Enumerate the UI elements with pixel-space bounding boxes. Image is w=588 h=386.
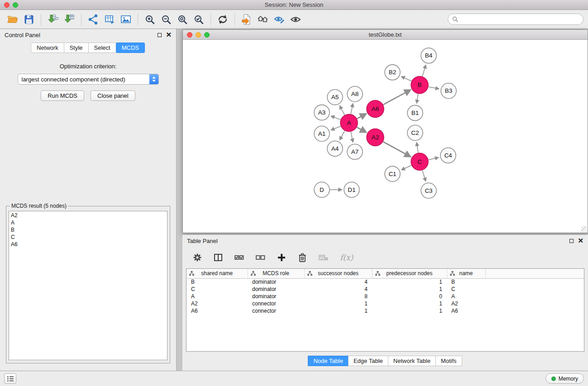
table-cell[interactable]: 4 [304, 286, 372, 293]
tab-mcds[interactable]: MCDS [116, 43, 145, 53]
table-cell[interactable]: 1 [372, 286, 447, 293]
graphics-details-button[interactable] [271, 11, 287, 28]
close-network-window-button[interactable] [187, 32, 192, 38]
export-image-button[interactable] [118, 11, 134, 28]
table-cell[interactable]: connector [248, 307, 304, 315]
table-cell[interactable]: 1 [372, 278, 447, 286]
function-builder-button[interactable]: f(x) [340, 253, 353, 262]
network-edge-B-B2[interactable] [402, 77, 411, 81]
float-panel-icon[interactable] [158, 33, 162, 37]
network-node-B1[interactable]: B1 [407, 105, 423, 121]
select-all-rows-button[interactable] [234, 253, 244, 262]
table-cell[interactable]: connector [248, 300, 304, 307]
delete-table-button[interactable] [318, 253, 329, 262]
network-node-A[interactable]: A [340, 114, 358, 132]
table-cell[interactable]: dominator [248, 293, 304, 300]
network-node-D1[interactable]: D1 [344, 182, 359, 197]
table-row[interactable]: A6connector11A6 [186, 307, 584, 315]
network-edge-A-A5[interactable] [340, 106, 344, 115]
network-edge-A-A1[interactable] [331, 126, 340, 130]
network-node-A8[interactable]: A8 [347, 86, 363, 102]
close-panel-icon[interactable]: ✕ [166, 32, 172, 38]
network-node-B3[interactable]: B3 [441, 83, 456, 99]
network-node-A2[interactable]: A2 [367, 129, 384, 146]
import-network-file-button[interactable] [45, 11, 61, 28]
tab-select[interactable]: Select [88, 43, 116, 53]
delete-column-button[interactable] [297, 253, 307, 262]
create-column-button[interactable] [277, 253, 287, 262]
import-table-file-button[interactable] [61, 11, 77, 28]
column-header-mcds-role[interactable]: MCDS role [248, 269, 304, 278]
network-node-B[interactable]: B [411, 76, 428, 94]
table-cell[interactable]: A6 [447, 307, 485, 315]
zoom-network-window-button[interactable] [204, 32, 210, 38]
network-node-C1[interactable]: C1 [385, 166, 400, 181]
search-field[interactable] [448, 14, 583, 25]
resize-grip[interactable] [581, 226, 587, 232]
table-row[interactable]: Bdominator41B [186, 278, 584, 286]
tab-node-table[interactable]: Node Table [308, 356, 349, 366]
table-row[interactable]: Adominator80A [186, 293, 584, 300]
network-edge-A6-B[interactable] [383, 91, 410, 105]
minimize-network-window-button[interactable] [196, 32, 201, 38]
memory-button[interactable]: Memory [545, 373, 584, 384]
table-cell[interactable]: dominator [248, 286, 304, 293]
refresh-layout-button[interactable] [215, 11, 231, 28]
table-cell[interactable]: 1 [372, 300, 447, 307]
network-edge-B-B3[interactable] [429, 87, 439, 89]
run-mcds-button[interactable]: Run MCDS [41, 91, 84, 101]
network-edge-A-A4[interactable] [340, 131, 344, 139]
network-node-A7[interactable]: A7 [347, 144, 363, 159]
mcds-result-list[interactable]: A2ABCA6 [9, 211, 167, 360]
table-cell[interactable]: dominator [248, 278, 304, 286]
network-edge-A-A2[interactable] [357, 127, 366, 132]
table-cell[interactable]: A2 [186, 300, 248, 307]
deselect-all-rows-button[interactable] [255, 253, 266, 262]
network-edge-C-C3[interactable] [422, 170, 425, 181]
network-node-A5[interactable]: A5 [327, 90, 343, 105]
table-cell[interactable]: B [447, 278, 485, 286]
network-edge-C-C4[interactable] [429, 157, 438, 160]
table-cell[interactable]: B [186, 278, 248, 286]
network-node-C2[interactable]: C2 [407, 125, 423, 141]
result-item[interactable]: A [11, 219, 165, 226]
new-table-button[interactable] [101, 11, 118, 28]
column-header-name[interactable]: name [447, 269, 485, 278]
show-panel-list-button[interactable] [4, 373, 16, 384]
optimization-criterion-select[interactable]: largest connected component (directed) [18, 74, 159, 85]
network-edge-C-C2[interactable] [417, 143, 418, 152]
network-canvas[interactable]: B4B2BB3A8A5A6A3B1AC2A1A2A4A7C4CC1C3DD1 [183, 40, 588, 233]
table-cell[interactable]: 4 [304, 278, 372, 286]
table-cell[interactable]: 1 [304, 300, 372, 307]
table-cell[interactable]: A2 [447, 300, 485, 307]
network-node-C4[interactable]: C4 [440, 148, 456, 163]
result-item[interactable]: A2 [11, 212, 165, 219]
zoom-fit-button[interactable] [174, 11, 191, 28]
network-node-A1[interactable]: A1 [314, 126, 330, 142]
network-edge-A-A7[interactable] [351, 132, 353, 142]
open-document-button[interactable] [239, 11, 255, 28]
table-cell[interactable]: 0 [372, 293, 447, 300]
network-node-B4[interactable]: B4 [421, 48, 436, 63]
result-item[interactable]: C [11, 234, 165, 241]
network-node-A4[interactable]: A4 [327, 141, 343, 156]
table-cell[interactable]: A [447, 293, 485, 300]
network-node-D[interactable]: D [314, 182, 330, 197]
network-edge-B-B4[interactable] [422, 66, 425, 76]
column-header-predecessor-nodes[interactable]: predecessor nodes [372, 269, 447, 278]
close-panel-button[interactable]: Close panel [91, 91, 135, 101]
network-edge-A-A8[interactable] [351, 104, 353, 114]
show-hide-button[interactable] [287, 11, 304, 28]
table-cell[interactable]: 1 [372, 307, 447, 315]
tab-style[interactable]: Style [64, 43, 89, 53]
zoom-window-button[interactable] [13, 2, 18, 8]
network-node-C3[interactable]: C3 [421, 183, 436, 198]
network-edge-A2-C[interactable] [383, 142, 410, 156]
new-network-button[interactable] [85, 11, 101, 28]
table-row[interactable]: Cdominator41C [186, 286, 584, 293]
tab-edge-table[interactable]: Edge Table [348, 356, 388, 366]
close-table-panel-icon[interactable]: ✕ [578, 238, 583, 243]
network-edge-B-B1[interactable] [417, 94, 418, 103]
table-settings-button[interactable] [192, 253, 202, 262]
network-edge-A-A3[interactable] [332, 116, 341, 120]
